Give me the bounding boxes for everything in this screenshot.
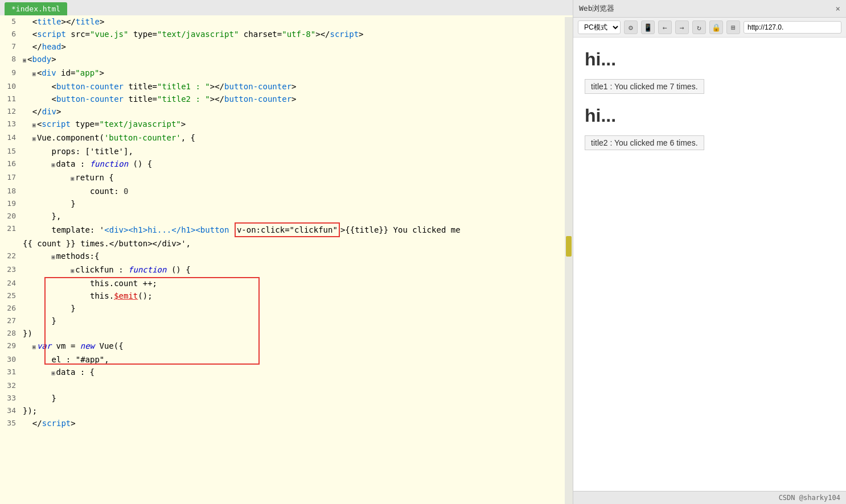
line-content: });	[20, 404, 573, 417]
line-number: 33	[0, 392, 20, 404]
line-number: 31	[0, 366, 20, 378]
editor-scrollbar[interactable]	[565, 17, 573, 504]
line-number: 30	[0, 353, 20, 366]
refresh-button[interactable]: ↻	[692, 20, 706, 34]
editor-tab[interactable]: *index.html	[5, 2, 67, 15]
line-number: 6	[0, 28, 20, 40]
address-bar[interactable]	[744, 21, 841, 34]
line-content: ▣methods:{	[20, 250, 573, 263]
browser-close-icon[interactable]: ×	[836, 4, 840, 13]
line-number: 29	[0, 340, 20, 352]
csdn-footer-text: CSDN @sharky104	[779, 494, 840, 502]
forward-button[interactable]: →	[675, 20, 689, 34]
scroll-thumb[interactable]	[566, 236, 572, 257]
code-line: 23 ▣clickfun : function () {	[0, 263, 573, 277]
line-content: }	[20, 315, 573, 327]
line-content: }	[20, 302, 573, 315]
line-number: 28	[0, 327, 20, 340]
code-line: 26 }	[0, 302, 573, 315]
browser-tab-title: Web浏览器	[579, 3, 614, 14]
line-number: 7	[0, 40, 20, 53]
line-number: 18	[0, 185, 20, 197]
line-number: 22	[0, 250, 20, 262]
code-line: 11 <button-counter title="title2 : "></b…	[0, 93, 573, 105]
browser-mode-select[interactable]: PC模式	[578, 20, 621, 34]
code-line-template: 21 template: '<div><h1>hi...</h1><button…	[0, 222, 573, 250]
line-number: 16	[0, 158, 20, 170]
line-content: ▣<div id="app">	[20, 67, 573, 80]
preview-heading-1: hi...	[585, 49, 835, 70]
code-line: 19 }	[0, 197, 573, 210]
code-line: 34 });	[0, 404, 573, 417]
code-line: 10 <button-counter title="title1 : "></b…	[0, 80, 573, 93]
line-content: ▣<script type="text/javascript">	[20, 118, 573, 131]
line-number: 21	[0, 222, 20, 235]
code-line: 30 el : "#app",	[0, 353, 573, 366]
line-number: 14	[0, 131, 20, 144]
code-line: 9 ▣<div id="app">	[0, 67, 573, 80]
line-content: ▣Vue.component('button-counter', {	[20, 131, 573, 145]
line-content: el : "#app",	[20, 353, 573, 366]
code-line: 17 ▣return {	[0, 171, 573, 185]
grid-button[interactable]: ⊞	[726, 20, 740, 34]
line-number: 34	[0, 404, 20, 417]
line-number: 32	[0, 379, 20, 392]
line-content: <script src="vue.js" type="text/javascri…	[20, 28, 573, 40]
browser-titlebar: Web浏览器 ×	[573, 0, 846, 18]
code-line: 31 ▣data : {	[0, 366, 573, 379]
code-line: 27 }	[0, 315, 573, 327]
code-line: 20 },	[0, 210, 573, 222]
code-line: 6 <script src="vue.js" type="text/javasc…	[0, 28, 573, 40]
back-button[interactable]: ←	[658, 20, 672, 34]
line-number: 9	[0, 67, 20, 79]
line-content: </script>	[20, 417, 573, 429]
code-line: 13 ▣<script type="text/javascript">	[0, 118, 573, 131]
code-line: 15 props: ['title'],	[0, 145, 573, 158]
line-content: ▣<body>	[20, 53, 573, 67]
preview-button-2[interactable]: title2 : You clicked me 6 times.	[585, 135, 704, 150]
code-line: 12 </div>	[0, 105, 573, 118]
line-content: },	[20, 210, 573, 222]
code-line: 29 ▣var vm = new Vue({	[0, 340, 573, 353]
line-number: 15	[0, 145, 20, 158]
line-number: 20	[0, 210, 20, 222]
line-content: <button-counter title="title2 : "></butt…	[20, 93, 573, 105]
settings-button[interactable]: ⚙	[624, 20, 638, 34]
csdn-footer: CSDN @sharky104	[573, 491, 846, 504]
line-number: 19	[0, 197, 20, 210]
line-number: 12	[0, 105, 20, 118]
preview-section-1: hi... title1 : You clicked me 7 times.	[585, 49, 835, 94]
line-content: count: 0	[20, 185, 573, 197]
line-content: <button-counter title="title1 : "></butt…	[20, 80, 573, 93]
editor-panel: *index.html 5 <title></title> 6 <script …	[0, 0, 573, 504]
code-line: 7 </head>	[0, 40, 573, 53]
line-number: 11	[0, 93, 20, 105]
line-number: 25	[0, 290, 20, 302]
line-number: 17	[0, 171, 20, 184]
code-line: 8 ▣<body>	[0, 53, 573, 67]
line-content: })	[20, 327, 573, 340]
line-number: 5	[0, 15, 20, 28]
line-number: 8	[0, 53, 20, 65]
lock-button[interactable]: 🔒	[709, 20, 723, 34]
editor-tab-bar: *index.html	[0, 0, 573, 15]
line-content: ▣data : function () {	[20, 158, 573, 171]
line-content: <title></title>	[20, 15, 573, 28]
code-line: 28 })	[0, 327, 573, 340]
line-content-template: template: '<div><h1>hi...</h1><button v-…	[20, 222, 573, 237]
line-content: ▣var vm = new Vue({	[20, 340, 573, 353]
preview-section-2: hi... title2 : You clicked me 6 times.	[585, 105, 835, 150]
code-line: 33 }	[0, 392, 573, 404]
browser-toolbar: PC模式 ⚙ 📱 ← → ↻ 🔒 ⊞	[573, 18, 846, 38]
preview-button-1[interactable]: title1 : You clicked me 7 times.	[585, 79, 704, 94]
code-line: 16 ▣data : function () {	[0, 158, 573, 171]
browser-content: hi... title1 : You clicked me 7 times. h…	[573, 38, 846, 491]
code-line: 22 ▣methods:{	[0, 250, 573, 263]
line-content: ▣clickfun : function () {	[20, 263, 573, 277]
line-number: 26	[0, 302, 20, 315]
code-line: 5 <title></title>	[0, 15, 573, 28]
line-content: }	[20, 197, 573, 210]
line-content: }	[20, 392, 573, 404]
line-content: ▣data : {	[20, 366, 573, 379]
mobile-button[interactable]: 📱	[641, 20, 655, 34]
